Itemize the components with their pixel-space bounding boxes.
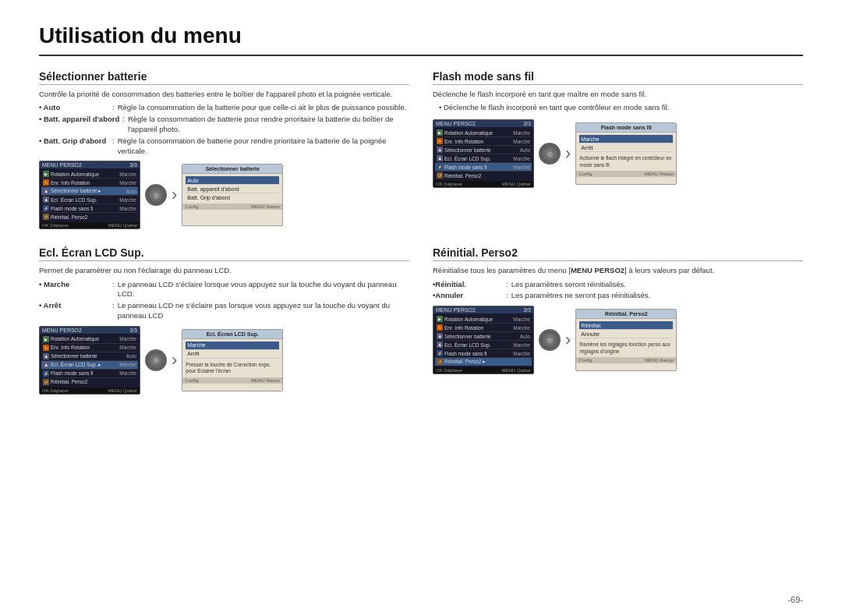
menu-row: ▶Rotation AutomatiqueMarche (435, 315, 532, 324)
camera-dial: ◎ (145, 184, 167, 206)
menu-row: ⚡Flash mode sans fiMarche (41, 370, 138, 378)
arrow-right: › (565, 143, 571, 164)
menu-row: ♟Ecl. Écran LCD Sup.Marche (41, 196, 138, 204)
left-screen-reinitial: MENU PERSO2 3/3 ▶Rotation AutomatiqueMar… (433, 306, 534, 374)
section-desc-batterie: Contrôle la priorité de consommation des… (39, 89, 409, 99)
sub-screen-body: Marche Arrêt Presser la touche de Correc… (182, 339, 282, 377)
menu-row: ↻Enr. Info RotationMarche (435, 137, 532, 146)
sub-option: Arrêt (186, 350, 279, 359)
sub-option: Marche (579, 135, 673, 143)
menu-icon-camera: ▶ (437, 316, 443, 322)
section-desc-ecl: Permet de paramétrer ou non l'éclairage … (39, 265, 409, 275)
menu-icon-rotate: ↻ (437, 324, 443, 331)
sub-option: Auto (186, 176, 279, 185)
screens-row-batterie: MENU PERSO2 3/3 ▶Rotation AutomatiqueMar… (39, 161, 409, 229)
bullet-text: Le panneau LCD s'éclaire lorsque vous ap… (118, 280, 409, 300)
menu-icon-rotate: ↻ (43, 345, 49, 351)
screen-header: MENU PERSO2 3/3 (433, 120, 533, 127)
menu-icon-rotate: ↻ (437, 138, 443, 144)
camera-dial: ◎ (539, 329, 561, 351)
arrow-right: › (172, 350, 177, 370)
section-title-flash: Flash mode sans fil (433, 70, 803, 85)
sub-option: Annuler (579, 330, 673, 338)
menu-row: ↺Réinitial. Perso2 (41, 213, 138, 221)
section-reinitial: Réinitial. Perso2 Réinitialise tous les … (433, 246, 803, 395)
menu-icon-reset: ↺ (43, 379, 49, 385)
bullet-batt-grip: • Batt. Grip d'abord : Règle la consomma… (39, 136, 409, 157)
menu-row: ↺Réinitial. Perso2 (435, 172, 532, 179)
left-screen-ecl: MENU PERSO2 3/3 ▶Rotation AutomatiqueMar… (39, 326, 140, 395)
menu-row: ♟Sélectionner batterieAuto (435, 146, 532, 154)
menu-row: ↻Enr. Info RotationMarche (41, 179, 138, 187)
section-flash-mode: Flash mode sans fil Déclenche le flash i… (433, 70, 803, 229)
page-title: Utilisation du menu (39, 23, 803, 56)
sub-screen-body: Auto Batt. appareil d'abord Batt. Grip d… (182, 174, 282, 204)
sub-screen-body: Réinitial. Annuler Ramène les réglages f… (576, 319, 676, 357)
menu-icon-person2: ♟ (437, 155, 443, 161)
menu-row: ▶Rotation AutomatiqueMarche (41, 335, 138, 344)
section-selectionner-batterie: Sélectionner batterie Contrôle la priori… (39, 70, 409, 229)
menu-row-highlighted: ♟Ecl. Écran LCD Sup. ▸Marche (41, 361, 138, 370)
bullet-text: Les paramètres seront réinitialisés. (511, 280, 626, 290)
bullet-term: • Batt. Grip d'abord (39, 136, 109, 157)
screen-body: ▶Rotation AutomatiqueMarche ↻Enr. Info R… (433, 127, 533, 181)
screen-body: ▶Rotation AutomatiqueMarche ↻Enr. Info R… (40, 168, 140, 222)
bullet-text: Le panneau LCD ne s'éclaire pas lorsque … (118, 301, 409, 321)
menu-icon-person: ♟ (437, 333, 443, 339)
menu-row: ♟Sélectionner batterieAuto (435, 332, 532, 341)
arrow-right: › (565, 330, 571, 350)
menu-icon-person2: ♟ (437, 342, 443, 348)
screen-header: MENU PERSO2 3/3 (40, 327, 140, 334)
screens-row-ecl: MENU PERSO2 3/3 ▶Rotation AutomatiqueMar… (39, 326, 409, 395)
sub-screen-footer: Config MENU Retour (576, 357, 676, 363)
section-ecl-ecran: Ecl. Écran LCD Sup. Permet de paramétrer… (39, 246, 409, 395)
menu-icon-reset: ↺ (437, 172, 443, 179)
screens-row-flash: MENU PERSO2 3/3 ▶Rotation AutomatiqueMar… (433, 119, 803, 188)
menu-row: ▶Rotation AutomatiqueMarche (41, 170, 138, 179)
menu-icon-person: ♟ (43, 353, 49, 359)
sub-screen-footer: Config MENU Retour (182, 377, 282, 384)
menu-row-highlighted: ⚡Flash mode sans fiMarche (435, 163, 532, 172)
sub-screen-footer: Config MENU Retour (576, 171, 676, 177)
sub-screen-header: Réinitial. Perso2 (576, 310, 676, 319)
bullet-term: • Arrêt (39, 301, 109, 321)
bullet-text: Règle la consommation de batterie pour r… (128, 115, 409, 135)
menu-icon-camera: ▶ (43, 336, 49, 342)
menu-icon-reset: ↺ (43, 214, 49, 220)
bullet-list-ecl: • Marche : Le panneau LCD s'éclaire lors… (39, 280, 409, 321)
menu-icon-person2: ♟ (43, 196, 49, 203)
camera-dial: ◎ (145, 349, 167, 371)
sub-desc: Actionne le flash intégré en contrôleur … (579, 155, 673, 168)
bullet-auto: • Auto : Règle la consommation de la bat… (39, 103, 409, 113)
bullet-term: •Annuler (433, 291, 503, 301)
menu-row: ↻Enr. Info RotationMarche (41, 344, 138, 352)
sub-screen-body: Marche Arrêt Actionne le flash intégré e… (576, 133, 676, 171)
bullet-term: • Batt. appareil d'abord (39, 115, 119, 135)
menu-row: ⚡Flash mode sans fiMarche (41, 204, 138, 213)
section-title-ecl: Ecl. Écran LCD Sup. (39, 246, 409, 261)
menu-icon-camera: ▶ (43, 171, 49, 177)
sub-screen-header: Ecl. Écran LCD Sup. (182, 330, 282, 339)
screen-header: MENU PERSO2 3/3 (40, 161, 140, 168)
menu-row-highlighted: ♟Sélectionner batterie ▸Auto (41, 187, 138, 196)
bullet-term: • Marche (39, 280, 109, 300)
sub-option: Batt. Grip d'abord (186, 193, 279, 201)
sub-option: Réinitial. (579, 321, 673, 330)
left-screen-batterie: MENU PERSO2 3/3 ▶Rotation AutomatiqueMar… (39, 161, 140, 229)
bullet-list-batterie: • Auto : Règle la consommation de la bat… (39, 103, 409, 156)
menu-row: ♟Sélectionner batterieAuto (41, 352, 138, 361)
page-container: Utilisation du menu Sélectionner batteri… (0, 0, 842, 420)
sub-option: Marche (186, 342, 279, 350)
screen-footer: OK Déplacer MENU Quitter (40, 222, 140, 228)
camera-dial: ◎ (539, 143, 561, 165)
bullet-reinitial: •Réinitial. : Les paramètres seront réin… (433, 280, 803, 290)
bullet-batt-appareil: • Batt. appareil d'abord : Règle la cons… (39, 115, 409, 135)
screen-footer: OK Déplacer MENU Quitter (433, 367, 533, 373)
sub-desc: Presser la touche de Correction expo. po… (186, 362, 279, 375)
section-title-batterie: Sélectionner batterie (39, 70, 409, 85)
bullet-text: Les paramètres ne seront pas réinitialis… (511, 291, 650, 301)
menu-icon-camera: ▶ (437, 129, 443, 136)
bullet-list-reinitial: •Réinitial. : Les paramètres seront réin… (433, 280, 803, 302)
right-screen-reinitial: Réinitial. Perso2 Réinitial. Annuler Ram… (575, 309, 677, 371)
menu-icon-rotate: ↻ (43, 179, 49, 186)
